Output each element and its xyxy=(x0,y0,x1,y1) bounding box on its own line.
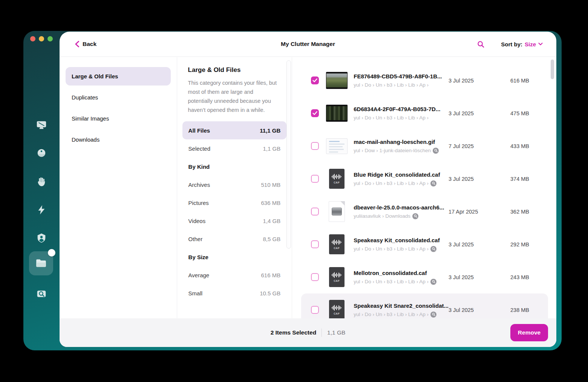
reveal-in-finder-badge[interactable] xyxy=(412,213,418,219)
file-size: 238 MB xyxy=(498,307,529,313)
sidebar-item-similar-images[interactable]: Similar Images xyxy=(66,109,171,128)
filter-row-other[interactable]: Other8,5 GB xyxy=(182,230,287,248)
file-row[interactable]: 6D6834A4-2F0F-479A-B053-7D...yul › Do › … xyxy=(301,97,548,130)
footer: 2 Items Selected 1,1 GB Remove xyxy=(60,318,556,347)
filter-label: Other xyxy=(188,236,203,242)
file-path-breadcrumb: yul › Do › Un › b3 › Lib › Lib › Ap › xyxy=(354,246,449,252)
file-date: 17 Apr 2025 xyxy=(449,209,498,215)
sidebar-item-duplicates[interactable]: Duplicates xyxy=(66,88,171,107)
remove-button[interactable]: Remove xyxy=(510,324,548,341)
filter-size-value: 510 MB xyxy=(261,182,281,188)
filter-label: All Files xyxy=(188,127,210,134)
file-row[interactable]: FE876489-CBD5-479B-A8F0-1B...yul › Do › … xyxy=(301,64,548,97)
file-thumbnail xyxy=(326,201,348,223)
file-date: 3 Jul 2025 xyxy=(449,274,498,280)
screenshot-thumbnail xyxy=(326,138,348,154)
file-thumbnail: CAF xyxy=(326,234,348,255)
reveal-in-finder-badge[interactable] xyxy=(430,246,436,252)
sort-by-dropdown[interactable]: Sort by: Size xyxy=(501,41,543,47)
file-size: 475 MB xyxy=(498,110,529,116)
filter-row-pictures[interactable]: Pictures636 MB xyxy=(182,194,287,212)
filter-row-archives[interactable]: Archives510 MB xyxy=(182,176,287,194)
notification-badge xyxy=(48,249,55,257)
filter-size-value: 11,1 GB xyxy=(260,127,280,134)
file-checkbox-checked[interactable] xyxy=(311,76,319,84)
package-file-icon xyxy=(329,201,345,222)
file-name: dbeaver-le-25.0.0-macos-aarch6... xyxy=(354,204,449,211)
stop-hand-icon[interactable] xyxy=(32,173,51,191)
breadcrumb-text: yul › Dow › 1-junk-dateien-löschen xyxy=(354,148,431,153)
file-row[interactable]: CAFSpeakeasy Kit_consolidated.cafyul › D… xyxy=(301,228,548,261)
sort-by-value: Size xyxy=(525,41,536,47)
chevron-left-icon xyxy=(75,41,80,47)
file-name: 6D6834A4-2F0F-479A-B053-7D... xyxy=(354,106,449,112)
filter-size-value: 8,5 GB xyxy=(263,236,281,242)
search-drive-icon[interactable] xyxy=(32,285,51,303)
file-size: 362 MB xyxy=(498,209,529,215)
file-checkbox[interactable] xyxy=(311,208,319,215)
file-checkbox[interactable] xyxy=(311,142,319,150)
caf-file-icon: CAF xyxy=(329,267,345,287)
filter-label: Selected xyxy=(188,145,210,152)
shield-person-icon[interactable] xyxy=(32,229,51,247)
filter-row-small[interactable]: Small10.5 GB xyxy=(182,284,287,302)
orb-icon[interactable] xyxy=(32,144,51,162)
filter-label: Pictures xyxy=(188,200,209,206)
main-content: Back My Clutter Manager Sort by: Size xyxy=(60,32,556,347)
file-thumbnail xyxy=(326,102,348,124)
search-button[interactable] xyxy=(477,41,484,48)
caf-file-icon: CAF xyxy=(329,300,345,320)
header: Back My Clutter Manager Sort by: Size xyxy=(60,32,556,57)
reveal-in-finder-badge[interactable] xyxy=(430,312,436,318)
filter-row-all-files[interactable]: All Files11,1 GB xyxy=(182,121,287,139)
file-list-pane: FE876489-CBD5-479B-A8F0-1B...yul › Do › … xyxy=(292,57,556,347)
filter-label: Archives xyxy=(188,182,210,188)
filter-row-videos[interactable]: Videos1,4 GB xyxy=(182,212,287,230)
breadcrumb-text: yul › Do › Un › b3 › Lib › Lib › Ap › xyxy=(354,115,429,121)
filter-label: Videos xyxy=(188,218,206,224)
file-size: 616 MB xyxy=(498,78,529,84)
filter-scrollbar[interactable] xyxy=(286,60,291,249)
filter-row-selected[interactable]: Selected1,1 GB xyxy=(182,139,287,157)
file-thumbnail: CAF xyxy=(326,168,348,190)
file-date: 3 Jul 2025 xyxy=(449,110,498,116)
reveal-in-finder-badge[interactable] xyxy=(430,180,436,186)
filter-label: Small xyxy=(188,290,203,296)
page-title: My Clutter Manager xyxy=(281,41,335,47)
file-path-breadcrumb: yul › Do › Un › b3 › Lib › Lib › Ap › xyxy=(354,279,449,285)
filter-row-by-size: By Size xyxy=(182,248,287,266)
lightning-icon[interactable] xyxy=(32,201,51,219)
file-row[interactable]: mac-mail-anhang-loeschen.gifyul › Dow › … xyxy=(301,130,548,162)
file-checkbox-checked[interactable] xyxy=(311,109,319,117)
filter-pane-description: This category contains your files, but m… xyxy=(188,78,277,115)
file-thumbnail xyxy=(326,70,348,92)
sidebar-item-large-old-files[interactable]: Large & Old Files xyxy=(66,67,171,86)
sidebar-item-downloads[interactable]: Downloads xyxy=(66,130,171,149)
breadcrumb-text: yul › Do › Un › b3 › Lib › Lib › Ap › xyxy=(354,82,429,88)
file-name: Blue Ridge Kit_consolidated.caf xyxy=(354,171,449,178)
file-row[interactable]: dbeaver-le-25.0.0-macos-aarch6...yuliias… xyxy=(301,195,548,228)
file-size: 374 MB xyxy=(498,176,529,182)
filter-row-average[interactable]: Average616 MB xyxy=(182,266,287,284)
display-cleanup-icon[interactable] xyxy=(32,116,51,134)
file-checkbox[interactable] xyxy=(311,175,319,183)
filter-size-value: 636 MB xyxy=(261,200,281,206)
file-checkbox[interactable] xyxy=(311,240,319,248)
sort-by-label: Sort by: xyxy=(501,41,522,47)
reveal-in-finder-badge[interactable] xyxy=(433,148,439,154)
file-checkbox[interactable] xyxy=(311,273,319,281)
file-checkbox[interactable] xyxy=(311,306,319,314)
file-path-breadcrumb: yuliiasavliuk › Downloads xyxy=(354,213,449,219)
app-window: Back My Clutter Manager Sort by: Size xyxy=(23,31,562,350)
back-button[interactable]: Back xyxy=(75,41,96,47)
folder-clutter-icon[interactable] xyxy=(29,251,53,275)
file-list-scrollbar[interactable] xyxy=(551,60,554,79)
filter-list: All Files11,1 GBSelected1,1 GBBy KindArc… xyxy=(182,121,287,302)
check-icon xyxy=(312,111,317,115)
file-name: mac-mail-anhang-loeschen.gif xyxy=(354,139,449,145)
filter-label: By Kind xyxy=(188,163,210,170)
file-row[interactable]: CAFBlue Ridge Kit_consolidated.cafyul › … xyxy=(301,162,548,195)
reveal-in-finder-badge[interactable] xyxy=(430,279,436,285)
breadcrumb-text: yuliiasavliuk › Downloads xyxy=(354,213,410,219)
file-row[interactable]: CAFMellotron_consolidated.cafyul › Do › … xyxy=(301,261,548,293)
